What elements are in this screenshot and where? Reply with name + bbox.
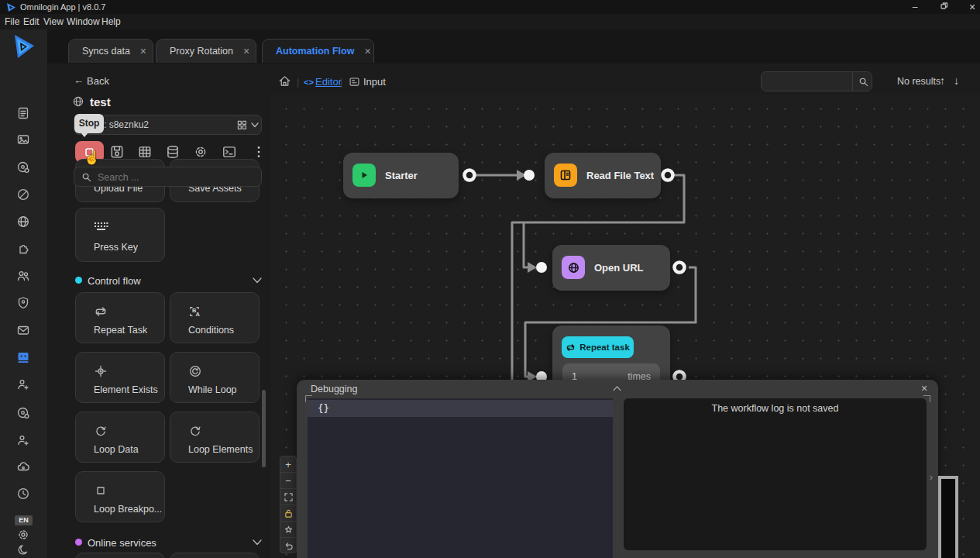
app-grid-icon xyxy=(237,120,247,130)
close-tab-icon[interactable]: × xyxy=(140,46,146,57)
add-profile-icon[interactable] xyxy=(16,377,30,391)
workflow-globe-icon xyxy=(72,95,84,108)
card-loop-elements[interactable]: Loop Elements xyxy=(170,412,260,463)
tab-strip: Syncs data × Proxy Rotation × Automation… xyxy=(47,29,980,64)
tab-proxy-rotation[interactable]: Proxy Rotation × xyxy=(156,39,256,63)
node-starter[interactable]: Starter xyxy=(343,153,459,198)
card-while-loop[interactable]: While Loop xyxy=(170,352,260,403)
tab-label: Proxy Rotation xyxy=(170,46,233,57)
menubar: File Edit View Window Help xyxy=(0,14,980,29)
database-icon[interactable] xyxy=(165,144,181,160)
section-online-services: Online services xyxy=(88,537,156,549)
shield-profile-icon[interactable] xyxy=(16,296,30,310)
read-file-icon xyxy=(554,164,577,187)
offscreen-node-partial[interactable] xyxy=(938,476,958,558)
card-partial[interactable] xyxy=(75,553,165,558)
interactive-mode-button[interactable] xyxy=(280,522,296,538)
fit-view-button[interactable] xyxy=(280,489,296,505)
notes-icon[interactable] xyxy=(16,106,30,120)
automation-active-icon[interactable] xyxy=(16,350,30,364)
node-search-box xyxy=(74,167,262,187)
save-icon[interactable] xyxy=(109,144,125,160)
zoom-in-button[interactable]: + xyxy=(280,456,296,473)
disc-profile-icon[interactable] xyxy=(16,160,30,174)
card-press-key[interactable]: Press Key xyxy=(75,208,165,262)
menu-edit[interactable]: Edit xyxy=(23,16,40,27)
section-dot xyxy=(75,277,82,284)
chevron-down-icon xyxy=(251,122,259,128)
settings-gear-icon[interactable] xyxy=(16,528,30,542)
section-control-flow: Control flow xyxy=(88,275,141,287)
close-tab-icon[interactable]: × xyxy=(364,46,370,57)
expand-right-icon[interactable]: › xyxy=(930,472,933,483)
card-partial[interactable] xyxy=(170,553,260,558)
node-label: Read File Text xyxy=(586,153,654,198)
find-input[interactable] xyxy=(766,74,850,91)
language-badge[interactable]: EN xyxy=(15,515,33,525)
chevron-down-icon[interactable] xyxy=(253,277,262,284)
card-label: Press Key xyxy=(94,242,138,253)
card-repeat-task[interactable]: Repeat Task xyxy=(75,292,165,343)
node-open-url[interactable]: Open URL xyxy=(552,245,670,291)
pointer-star-icon xyxy=(284,525,293,534)
debug-log-area: The workflow log is not saved xyxy=(624,398,927,550)
node-label: Starter xyxy=(385,153,418,198)
view-input-link[interactable]: Input xyxy=(363,76,386,88)
table-icon[interactable] xyxy=(137,144,153,160)
lock-button[interactable] xyxy=(280,505,296,522)
collapse-panel-icon[interactable] xyxy=(613,386,621,391)
proxy-icon[interactable] xyxy=(16,188,30,202)
disc-profile-icon[interactable] xyxy=(16,406,30,420)
undo-button[interactable] xyxy=(280,538,296,554)
debug-json-editor[interactable]: {} xyxy=(308,398,613,558)
search-icon xyxy=(858,77,868,87)
card-conditions[interactable]: B A Conditions xyxy=(170,292,260,343)
tab-syncs-data[interactable]: Syncs data × xyxy=(68,39,153,63)
stop-tooltip: Stop xyxy=(74,114,104,133)
chevron-down-icon[interactable] xyxy=(253,539,262,546)
globe-icon[interactable] xyxy=(16,215,30,229)
home-icon[interactable] xyxy=(278,74,291,88)
dark-mode-moon-icon[interactable] xyxy=(16,543,30,557)
mail-icon[interactable] xyxy=(16,323,30,337)
find-button[interactable] xyxy=(852,72,873,91)
node-read-file-text[interactable]: Read File Text xyxy=(545,153,661,198)
close-panel-icon[interactable]: × xyxy=(921,382,927,394)
minimize-button[interactable]: – xyxy=(910,2,920,12)
terminal-icon[interactable] xyxy=(222,144,237,160)
back-button[interactable]: Back xyxy=(87,75,109,87)
team-icon[interactable] xyxy=(16,269,30,283)
menu-file[interactable]: File xyxy=(5,16,19,27)
svg-text:A: A xyxy=(196,311,201,318)
more-options-icon[interactable] xyxy=(251,144,266,160)
card-label: Loop Data xyxy=(94,444,139,455)
close-window-button[interactable]: × xyxy=(967,2,978,12)
card-loop-breakpoint[interactable]: Loop Breakpo... xyxy=(75,471,165,522)
find-previous-icon[interactable]: ↑ xyxy=(940,74,945,87)
history-clock-icon[interactable] xyxy=(16,487,30,501)
code-glyph-icon: <> xyxy=(304,78,314,87)
zoom-out-button[interactable]: − xyxy=(280,473,296,489)
card-element-exists[interactable]: Element Exists xyxy=(75,352,165,403)
add-profile-icon[interactable] xyxy=(16,433,30,447)
node-search-input[interactable] xyxy=(96,169,254,186)
back-arrow-icon[interactable]: ← xyxy=(74,74,84,86)
cloud-sync-icon[interactable] xyxy=(16,460,30,474)
find-next-icon[interactable]: ↓ xyxy=(954,74,959,87)
restore-icon xyxy=(940,2,948,10)
lock-icon xyxy=(284,509,293,518)
image-message-icon[interactable] xyxy=(16,133,30,146)
restore-button[interactable] xyxy=(938,2,949,12)
panel-scrollbar[interactable] xyxy=(262,390,266,467)
menu-help[interactable]: Help xyxy=(101,16,121,27)
extensions-icon[interactable] xyxy=(16,242,30,256)
menu-view[interactable]: View xyxy=(43,16,64,27)
gear-icon[interactable] xyxy=(193,144,208,160)
app-window: Omnilogin App | v8.0.7 – × File Edit Vie… xyxy=(0,0,980,558)
close-tab-icon[interactable]: × xyxy=(243,46,249,57)
tab-automation-flow[interactable]: Automation Flow × xyxy=(262,39,374,63)
app-title: Omnilogin App | v8.0.7 xyxy=(20,2,105,12)
menu-window[interactable]: Window xyxy=(67,16,100,27)
view-editor-link[interactable]: Editor xyxy=(315,76,342,88)
card-loop-data[interactable]: Loop Data xyxy=(75,412,165,463)
